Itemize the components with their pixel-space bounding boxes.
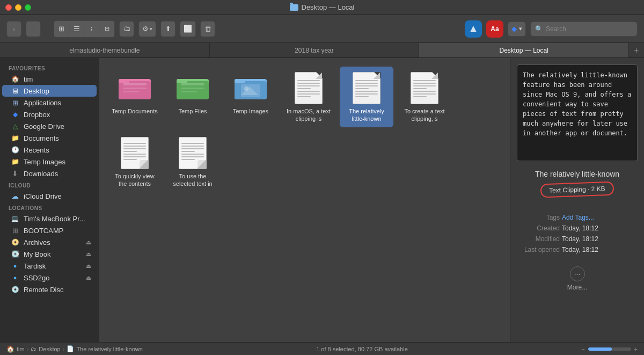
sidebar-item-temp-images[interactable]: 📁 Temp Images <box>2 156 97 168</box>
mybook-eject-button[interactable]: ⏏ <box>86 251 91 258</box>
sidebar-item-downloads[interactable]: ⬇ Downloads <box>2 168 97 179</box>
sidebar-item-remote-disc[interactable]: 💿 Remote Disc <box>2 284 97 295</box>
sidebar-label-documents: Documents <box>24 134 59 142</box>
docs-icon: 📁 <box>11 134 19 142</box>
sidebar-item-ssd2go[interactable]: ● SSD2go ⏏ <box>2 272 97 284</box>
column-view-button[interactable]: ⫶ <box>84 21 99 37</box>
zoom-out-icon[interactable]: − <box>581 346 584 352</box>
clipping4-icon <box>118 136 152 170</box>
meta-row-last-opened: Last opened Today, 18:12 <box>517 246 638 253</box>
sidebar-label-macbook: Tim's MacBook Pr... <box>24 215 85 223</box>
breadcrumb-desktop[interactable]: Desktop <box>39 346 60 352</box>
breadcrumb-tim[interactable]: tim <box>17 346 25 352</box>
sidebar-label-icloud: iCloud Drive <box>24 192 62 200</box>
sidebar-item-mybook[interactable]: 💽 My Book ⏏ <box>2 248 97 260</box>
close-button[interactable] <box>5 4 12 11</box>
file-item-clipping3[interactable]: To create a text clipping, s <box>398 67 451 127</box>
sidebar-item-dropbox[interactable]: ◆ Dropbox <box>2 108 97 120</box>
icon-view-button[interactable]: ⊞ <box>54 21 69 37</box>
sidebar-label-mybook: My Book <box>24 250 51 258</box>
search-input[interactable] <box>546 25 633 33</box>
file-item-temp-documents[interactable]: Temp Documents <box>108 67 162 127</box>
apps-icon: ⊞ <box>11 98 19 107</box>
home-icon <box>11 75 19 83</box>
file-item-temp-files[interactable]: Temp Files <box>166 67 219 127</box>
list-view-button[interactable]: ☰ <box>69 21 84 37</box>
sidebar-section-locations: Locations <box>0 202 99 213</box>
sidebar-item-documents[interactable]: 📁 Documents <box>2 132 97 144</box>
sidebar-item-bootcamp[interactable]: ⊞ BOOTCAMP <box>2 224 97 236</box>
last-opened-label: Last opened <box>517 246 560 253</box>
gallery-view-button[interactable]: ⊟ <box>99 21 114 37</box>
tab-tax-year[interactable]: 2018 tax year <box>210 43 420 57</box>
back-button[interactable]: ‹ <box>6 21 21 37</box>
file-name-clipping1: In macOS, a text clipping is <box>285 107 332 123</box>
tab-elmastudio[interactable]: elmastudio-themebundle <box>0 43 210 57</box>
preview-filename: The relatively little-known <box>517 170 638 178</box>
file-item-clipping2[interactable]: The relatively little-known <box>340 67 393 127</box>
tardisk-icon: ● <box>11 262 19 270</box>
ssd2go-eject-button[interactable]: ⏏ <box>86 274 91 281</box>
window-title: Desktop — Local <box>290 3 355 11</box>
add-tab-button[interactable]: + <box>629 43 644 57</box>
tags-value[interactable]: Add Tags... <box>562 214 594 221</box>
tab-desktop-local[interactable]: Desktop — Local <box>419 43 629 57</box>
tag-button[interactable]: ⬜ <box>180 21 196 37</box>
dropbox-button[interactable]: ◆ ▾ <box>508 21 526 37</box>
share-button[interactable]: ⬆ <box>160 21 175 37</box>
sidebar-item-archives[interactable]: 📀 Archives ⏏ <box>2 236 97 248</box>
maximize-button[interactable] <box>25 4 31 11</box>
sidebar-item-desktop[interactable]: 🖥 Desktop <box>2 85 97 97</box>
sidebar-item-icloud-drive[interactable]: ☁ iCloud Drive <box>2 190 97 202</box>
icloud-icon: ☁ <box>11 192 19 200</box>
meta-row-created: Created Today, 18:12 <box>517 224 638 232</box>
archives-eject-button[interactable]: ⏏ <box>86 239 91 246</box>
breadcrumb-sep-2: › <box>63 346 65 352</box>
sidebar-label-tempimages: Temp Images <box>24 158 65 166</box>
svg-marker-0 <box>470 26 477 32</box>
view-options-button[interactable]: ⚙▾ <box>138 21 156 37</box>
sidebar-item-recents[interactable]: 🕐 Recents <box>2 144 97 156</box>
transmit-icon <box>465 20 482 38</box>
preview-text-content: The relatively little-known feature has … <box>517 64 638 161</box>
tempimg-icon: 📁 <box>11 157 19 166</box>
sidebar-label-tardisk: Tardisk <box>24 262 46 270</box>
search-box[interactable]: 🔍 <box>530 21 638 37</box>
downloads-icon: ⬇ <box>11 169 19 178</box>
view-toggle-group: ⊞ ☰ ⫶ ⊟ <box>54 20 115 38</box>
file-item-clipping4[interactable]: To quickly view the contents <box>108 132 162 192</box>
search-icon: 🔍 <box>535 25 543 33</box>
folder-temp-files-icon <box>175 71 210 105</box>
sidebar-item-macbook[interactable]: 💻 Tim's MacBook Pr... <box>2 213 97 224</box>
traffic-lights <box>5 4 31 11</box>
file-name-clipping5: To use the selected text in <box>169 172 216 188</box>
progress-fill <box>588 347 612 351</box>
minimize-button[interactable] <box>15 4 21 11</box>
googledrive-icon: △ <box>11 122 19 131</box>
tardisk-eject-button[interactable]: ⏏ <box>86 263 91 270</box>
sidebar-label-dropbox: Dropbox <box>24 111 50 119</box>
sidebar-item-google-drive[interactable]: △ Google Drive <box>2 120 97 132</box>
sidebar-item-applications[interactable]: ⊞ Applications <box>2 97 97 108</box>
file-item-temp-images[interactable]: Temp Images <box>224 67 277 127</box>
sidebar-label-downloads: Downloads <box>24 170 58 178</box>
sidebar-item-tardisk[interactable]: ● Tardisk ⏏ <box>2 260 97 272</box>
forward-button[interactable]: › <box>26 21 41 37</box>
zoom-in-icon[interactable]: + <box>634 346 638 352</box>
file-item-clipping5[interactable]: To use the selected text in <box>166 132 219 192</box>
clipping3-icon <box>407 71 442 105</box>
more-button[interactable]: ··· More... <box>517 266 638 291</box>
breadcrumb: 🏠 tim › 🗂 Desktop › 📄 The relatively lit… <box>6 345 143 353</box>
sidebar-label-ssd2go: SSD2go <box>24 274 49 282</box>
macbook-icon: 💻 <box>11 214 19 223</box>
more-icon: ··· <box>570 266 585 281</box>
delete-button[interactable]: 🗑 <box>200 21 215 37</box>
breadcrumb-sep-1: › <box>27 346 29 352</box>
file-item-clipping1[interactable]: In macOS, a text clipping is <box>282 67 335 127</box>
breadcrumb-file-icon: 📄 <box>67 345 74 352</box>
sidebar-item-tim[interactable]: tim <box>2 73 97 85</box>
app-icons: Aa ◆ ▾ <box>465 20 526 38</box>
svg-rect-4 <box>123 83 147 85</box>
path-button[interactable]: 🗂 <box>119 21 134 37</box>
status-bar: 🏠 tim › 🗂 Desktop › 📄 The relatively lit… <box>0 342 644 355</box>
